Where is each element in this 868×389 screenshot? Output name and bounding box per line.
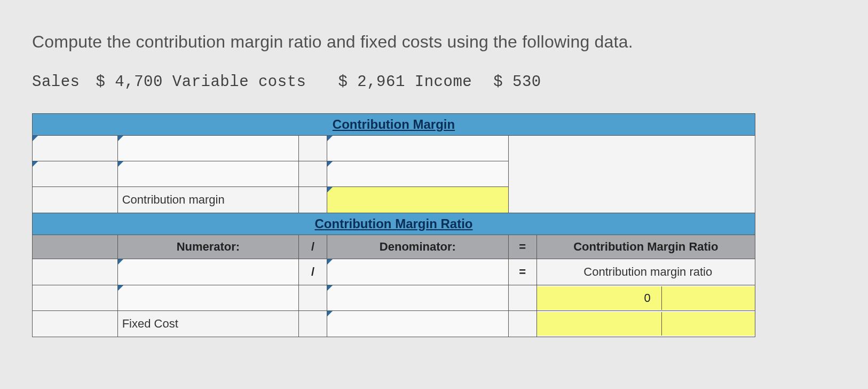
contribution-margin-ratio-header: Contribution Margin Ratio: [33, 213, 755, 235]
cmr-row2-op: [299, 285, 327, 311]
cmr-zero-value: 0: [537, 286, 662, 310]
page-container: Compute the contribution margin ratio an…: [0, 0, 868, 359]
instruction-text: Compute the contribution margin ratio an…: [32, 32, 836, 52]
varcost-label: Variable costs: [172, 73, 306, 91]
fc-result-right: [662, 312, 755, 336]
fixed-cost-label: Fixed Cost: [117, 311, 299, 337]
cm-row2-op: [299, 161, 327, 187]
cmr-divide-op: /: [299, 259, 327, 285]
given-data-line: Sales$ 4,700Variable costs$ 2,961Income$…: [32, 73, 836, 91]
cmr-row2-eq: [508, 285, 536, 311]
cmr-denominator-input[interactable]: [327, 259, 509, 285]
cmr-subheader-blank1: [33, 235, 118, 259]
cm-row3-stub: [33, 187, 118, 213]
contribution-margin-header: Contribution Margin: [33, 114, 755, 136]
cm-row3-op: [299, 187, 327, 213]
cmr-numerator-value-input[interactable]: [117, 285, 299, 311]
denominator-header: Denominator:: [327, 235, 509, 259]
income-label: Income: [415, 73, 472, 91]
income-value: $ 530: [493, 73, 541, 91]
cmr-row1-stub: [33, 259, 118, 285]
cm-row1-stub: [33, 136, 118, 161]
cm-row1-op: [299, 136, 327, 161]
cmr-row2-stub: [33, 285, 118, 311]
divide-op-header: /: [299, 235, 327, 259]
cmr-equals-op: =: [508, 259, 536, 285]
numerator-header: Numerator:: [117, 235, 299, 259]
cm-row1-value-input[interactable]: [327, 136, 509, 161]
cm-row2-value-input[interactable]: [327, 161, 509, 187]
cmr-denominator-value-input[interactable]: [327, 285, 509, 311]
cm-blank-right: [508, 136, 755, 213]
cmr-zero-right: [662, 286, 755, 310]
cm-row1-label-input[interactable]: [117, 136, 299, 161]
fixed-cost-result-cell: [536, 311, 755, 337]
worksheet-table: Contribution Margin Contribution margin: [32, 113, 755, 337]
sales-label: Sales: [32, 73, 80, 91]
cm-result-label: Contribution margin: [117, 187, 299, 213]
cmr-zero-result-cell: 0: [536, 285, 755, 311]
fc-op: [299, 311, 327, 337]
equals-op-header: =: [508, 235, 536, 259]
fixed-cost-value-input[interactable]: [327, 311, 509, 337]
fc-result-left: [537, 312, 662, 336]
cmr-result-row-label: Contribution margin ratio: [536, 259, 755, 285]
sales-value: $ 4,700: [96, 73, 163, 91]
fc-stub: [33, 311, 118, 337]
cmr-numerator-input[interactable]: [117, 259, 299, 285]
varcost-value: $ 2,961: [338, 73, 405, 91]
cm-row2-stub: [33, 161, 118, 187]
fc-eq: [508, 311, 536, 337]
cm-result-cell[interactable]: [327, 187, 509, 213]
cmr-result-header: Contribution Margin Ratio: [536, 235, 755, 259]
cm-row2-label-input[interactable]: [117, 161, 299, 187]
